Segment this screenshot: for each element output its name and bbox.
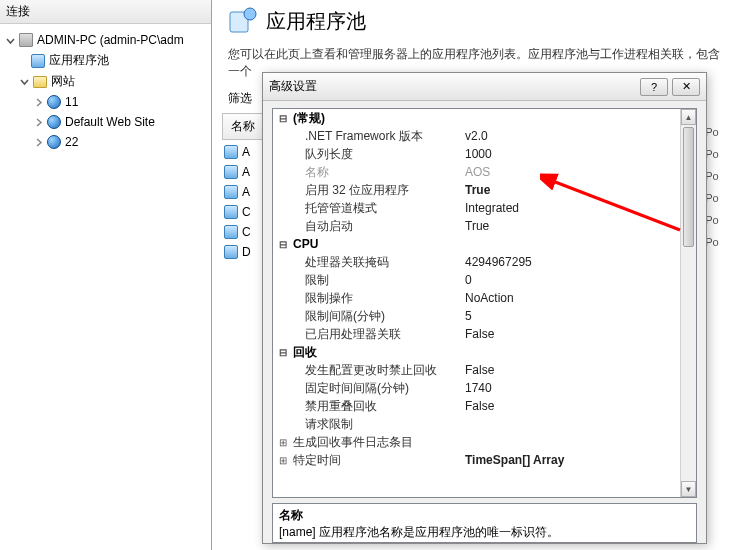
dialog-titlebar[interactable]: 高级设置 ? ✕ bbox=[263, 73, 706, 101]
desc-body: [name] 应用程序池名称是应用程序池的唯一标识符。 bbox=[279, 524, 690, 541]
prop-auto-start[interactable]: 自动启动True bbox=[273, 217, 680, 235]
prop-enable-32bit[interactable]: 启用 32 位应用程序True bbox=[273, 181, 680, 199]
connections-header: 连接 bbox=[0, 0, 211, 24]
page-title: 应用程序池 bbox=[266, 8, 366, 35]
expand-icon[interactable] bbox=[32, 136, 44, 148]
server-icon bbox=[18, 32, 34, 48]
app-pools-large-icon bbox=[228, 6, 258, 36]
expand-icon[interactable] bbox=[32, 116, 44, 128]
property-grid: ⊟(常规) .NET Framework 版本v2.0 队列长度1000 名称A… bbox=[272, 108, 697, 498]
desc-title: 名称 bbox=[279, 507, 690, 524]
category-general[interactable]: ⊟(常规) bbox=[273, 109, 680, 127]
sites-node[interactable]: 网站 bbox=[4, 71, 207, 92]
property-grid-scrollbar[interactable]: ▲ ▼ bbox=[680, 109, 696, 497]
expand-icon[interactable]: ⊞ bbox=[277, 455, 289, 466]
expand-icon[interactable]: ⊞ bbox=[277, 437, 289, 448]
dialog-title: 高级设置 bbox=[269, 78, 640, 95]
prop-periodic-time[interactable]: 固定时间间隔(分钟)1740 bbox=[273, 379, 680, 397]
pool-icon bbox=[224, 165, 238, 179]
server-node[interactable]: ADMIN-PC (admin-PC\adm bbox=[4, 30, 207, 50]
server-label: ADMIN-PC (admin-PC\adm bbox=[37, 33, 184, 47]
prop-netfx[interactable]: .NET Framework 版本v2.0 bbox=[273, 127, 680, 145]
app-pools-label: 应用程序池 bbox=[49, 52, 109, 69]
svg-point-1 bbox=[244, 8, 256, 20]
pool-icon bbox=[224, 225, 238, 239]
pool-icon bbox=[224, 145, 238, 159]
prop-specific-times[interactable]: ⊞特定时间TimeSpan[] Array bbox=[273, 451, 680, 469]
prop-limit-action[interactable]: 限制操作NoAction bbox=[273, 289, 680, 307]
site-node[interactable]: 11 bbox=[4, 92, 207, 112]
collapse-icon[interactable]: ⊟ bbox=[277, 239, 289, 250]
advanced-settings-dialog: 高级设置 ? ✕ ⊟(常规) .NET Framework 版本v2.0 队列长… bbox=[262, 72, 707, 544]
category-cpu[interactable]: ⊟CPU bbox=[273, 235, 680, 253]
connections-tree: ADMIN-PC (admin-PC\adm 应用程序池 网站 11 Defau… bbox=[0, 24, 211, 158]
page-title-row: 应用程序池 bbox=[228, 6, 725, 36]
collapse-icon[interactable] bbox=[4, 34, 16, 46]
pool-icon bbox=[224, 245, 238, 259]
collapse-icon[interactable]: ⊟ bbox=[277, 347, 289, 358]
filter-label: 筛选 bbox=[228, 91, 252, 105]
site-node[interactable]: 22 bbox=[4, 132, 207, 152]
property-description: 名称 [name] 应用程序池名称是应用程序池的唯一标识符。 bbox=[272, 503, 697, 543]
prop-pipeline-mode[interactable]: 托管管道模式Integrated bbox=[273, 199, 680, 217]
connections-panel: 连接 ADMIN-PC (admin-PC\adm 应用程序池 网站 11 De… bbox=[0, 0, 212, 550]
globe-icon bbox=[46, 134, 62, 150]
pool-icon bbox=[224, 205, 238, 219]
help-button[interactable]: ? bbox=[640, 78, 668, 96]
app-pools-node[interactable]: 应用程序池 bbox=[4, 50, 207, 71]
site-label: Default Web Site bbox=[65, 115, 155, 129]
scroll-thumb[interactable] bbox=[683, 127, 694, 247]
prop-limit-interval[interactable]: 限制间隔(分钟)5 bbox=[273, 307, 680, 325]
pool-icon bbox=[224, 185, 238, 199]
site-label: 22 bbox=[65, 135, 78, 149]
collapse-icon[interactable]: ⊟ bbox=[277, 113, 289, 124]
prop-log-events[interactable]: ⊞生成回收事件日志条目 bbox=[273, 433, 680, 451]
prop-disallow-rotation[interactable]: 禁用重叠回收False bbox=[273, 397, 680, 415]
expand-icon[interactable] bbox=[32, 96, 44, 108]
sites-label: 网站 bbox=[51, 73, 75, 90]
prop-affinity-enabled[interactable]: 已启用处理器关联False bbox=[273, 325, 680, 343]
collapse-icon[interactable] bbox=[18, 76, 30, 88]
prop-name[interactable]: 名称AOS bbox=[273, 163, 680, 181]
folder-icon bbox=[32, 74, 48, 90]
prop-queue-length[interactable]: 队列长度1000 bbox=[273, 145, 680, 163]
prop-disallow-overlap[interactable]: 发生配置更改时禁止回收False bbox=[273, 361, 680, 379]
globe-icon bbox=[46, 114, 62, 130]
site-label: 11 bbox=[65, 95, 78, 109]
app-pools-icon bbox=[30, 53, 46, 69]
prop-request-limit[interactable]: 请求限制 bbox=[273, 415, 680, 433]
scroll-up-button[interactable]: ▲ bbox=[681, 109, 696, 125]
prop-limit[interactable]: 限制0 bbox=[273, 271, 680, 289]
category-recycle[interactable]: ⊟回收 bbox=[273, 343, 680, 361]
prop-affinity-mask[interactable]: 处理器关联掩码4294967295 bbox=[273, 253, 680, 271]
site-node[interactable]: Default Web Site bbox=[4, 112, 207, 132]
scroll-down-button[interactable]: ▼ bbox=[681, 481, 696, 497]
close-button[interactable]: ✕ bbox=[672, 78, 700, 96]
globe-icon bbox=[46, 94, 62, 110]
